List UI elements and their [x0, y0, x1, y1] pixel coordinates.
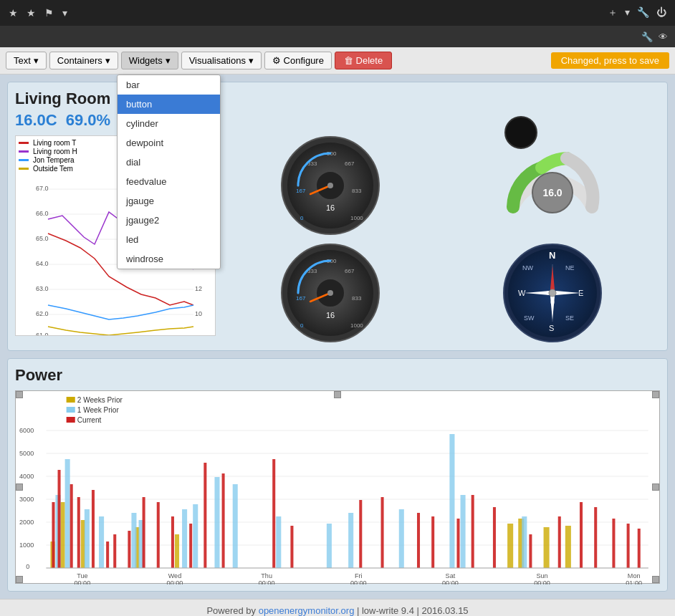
- top-bar: ★ ★ ⚑ ▾ ＋ ▾ 🔧 ⏻: [0, 0, 675, 26]
- svg-rect-100: [544, 527, 550, 568]
- svg-point-52: [327, 290, 333, 296]
- svg-rect-138: [431, 516, 434, 568]
- svg-text:65.0: 65.0: [36, 235, 49, 242]
- dropdown-item-dewpoint[interactable]: dewpoint: [118, 133, 220, 153]
- dropdown-item-windrose[interactable]: windrose: [118, 249, 220, 269]
- svg-rect-131: [204, 463, 206, 568]
- svg-rect-117: [461, 495, 466, 568]
- living-room-content: Living room TLiving room HJon TemperaOut…: [15, 135, 660, 343]
- svg-text:0: 0: [300, 322, 304, 329]
- dropdown-item-bar[interactable]: bar: [118, 75, 220, 95]
- dropdown-item-dial[interactable]: dial: [118, 153, 220, 172]
- svg-text:63.0: 63.0: [36, 285, 49, 292]
- svg-text:00:00: 00:00: [167, 579, 183, 584]
- svg-text:Sat: Sat: [446, 572, 456, 579]
- footer: Powered by openenergymonitor.org | low-w…: [0, 599, 675, 616]
- eye-icon[interactable]: 👁: [659, 32, 668, 42]
- svg-text:1000: 1000: [350, 215, 363, 221]
- svg-text:NW: NW: [522, 264, 533, 271]
- svg-text:1000: 1000: [350, 322, 363, 329]
- svg-text:N: N: [549, 250, 555, 261]
- power-icon[interactable]: ⏻: [656, 6, 666, 19]
- dropdown-item-feedvalue[interactable]: feedvalue: [118, 172, 220, 191]
- svg-text:00:00: 00:00: [350, 579, 367, 584]
- svg-text:00:00: 00:00: [259, 579, 275, 584]
- svg-rect-134: [290, 526, 293, 568]
- svg-rect-110: [214, 477, 219, 568]
- widgets-button[interactable]: Widgets ▾: [121, 52, 178, 69]
- plus-icon[interactable]: ＋: [608, 6, 618, 19]
- widgets-dropdown: barbuttoncylinderdewpointdialfeedvaluejg…: [117, 74, 221, 269]
- dropdown-item-cylinder[interactable]: cylinder: [118, 114, 220, 133]
- gauge1-wrapper: 333 500 667 167 833 0 1000 16: [223, 135, 438, 236]
- svg-text:Current: Current: [77, 416, 102, 424]
- gauge3-wrapper: 333 500 667 167 833 0 1000 16: [223, 243, 438, 343]
- second-bar: 🔧 👁: [0, 26, 675, 47]
- save-button[interactable]: Changed, press to save: [551, 52, 669, 69]
- svg-rect-133: [272, 459, 275, 568]
- dropdown-item-button[interactable]: button: [118, 95, 220, 114]
- plus-chevron-icon[interactable]: ▾: [625, 6, 630, 19]
- svg-rect-128: [157, 502, 160, 568]
- star-icon-1[interactable]: ★: [9, 7, 18, 19]
- svg-rect-132: [222, 473, 225, 568]
- dropdown-item-led[interactable]: led: [118, 230, 220, 249]
- svg-text:0: 0: [550, 299, 555, 307]
- temp-humidity-display: 16.0C 69.0%: [15, 111, 660, 130]
- resize-handle-br[interactable]: [652, 576, 659, 583]
- svg-text:62.0: 62.0: [36, 310, 49, 317]
- gauge2-wrapper: 16.0: [445, 135, 660, 236]
- svg-text:667: 667: [345, 160, 355, 167]
- star-icon-2[interactable]: ★: [27, 7, 36, 19]
- svg-rect-144: [580, 502, 583, 568]
- footer-link[interactable]: openenergymonitor.org: [259, 605, 355, 616]
- content-area: Living Room 16.0C 69.0% Living room TLiv…: [0, 74, 675, 599]
- svg-rect-129: [171, 516, 174, 568]
- led-widget: [503, 115, 539, 153]
- svg-rect-122: [77, 497, 80, 568]
- svg-rect-143: [558, 516, 561, 568]
- chevron-icon[interactable]: ▾: [62, 7, 67, 19]
- resize-handle-tl[interactable]: [16, 391, 23, 398]
- svg-text:0: 0: [300, 215, 304, 221]
- resize-handle-tr[interactable]: [652, 391, 659, 398]
- svg-rect-111: [233, 484, 238, 568]
- svg-text:167: 167: [296, 188, 306, 194]
- svg-rect-139: [456, 519, 459, 568]
- visualisations-button[interactable]: Visualisations ▾: [181, 52, 262, 69]
- svg-rect-118: [522, 516, 527, 568]
- svg-text:00:00: 00:00: [74, 579, 90, 584]
- delete-button[interactable]: 🗑 Delete: [335, 52, 392, 69]
- svg-text:61.0: 61.0: [36, 332, 49, 336]
- svg-text:667: 667: [345, 268, 355, 274]
- resize-handle-r[interactable]: [652, 483, 659, 491]
- svg-rect-119: [52, 502, 54, 568]
- resize-handle-t[interactable]: [334, 391, 341, 398]
- svg-rect-141: [493, 507, 496, 568]
- containers-button[interactable]: Containers ▾: [49, 52, 118, 69]
- svg-text:16.0: 16.0: [542, 187, 562, 198]
- svg-rect-103: [65, 459, 70, 568]
- svg-rect-105: [99, 516, 104, 568]
- humidity-value: 69.0%: [66, 111, 110, 130]
- wrench-icon[interactable]: 🔧: [637, 6, 649, 19]
- svg-rect-98: [507, 524, 513, 568]
- svg-text:S: S: [549, 324, 554, 332]
- resize-handle-bl[interactable]: [16, 576, 23, 583]
- configure-button[interactable]: ⚙ Configure: [264, 52, 332, 69]
- resize-handle-l[interactable]: [16, 483, 23, 491]
- svg-rect-104: [85, 509, 90, 568]
- power-section: Power 2 Weeks Prior 1 Week Prior Current…: [7, 358, 668, 592]
- svg-text:SE: SE: [565, 314, 574, 322]
- svg-text:6000: 6000: [19, 427, 34, 434]
- led-svg: [503, 115, 539, 150]
- dropdown-item-jgauge[interactable]: jgauge: [118, 191, 220, 211]
- compass-wrapper: N E S W NE SE SW NW: [445, 243, 660, 343]
- settings-icon[interactable]: 🔧: [641, 32, 653, 42]
- living-room-section: Living Room 16.0C 69.0% Living room TLiv…: [7, 82, 668, 351]
- svg-rect-148: [638, 529, 641, 568]
- text-button[interactable]: Text ▾: [6, 52, 47, 69]
- flag-icon[interactable]: ⚑: [44, 7, 54, 19]
- svg-point-72: [505, 117, 537, 148]
- dropdown-item-jgauge2[interactable]: jgauge2: [118, 211, 220, 230]
